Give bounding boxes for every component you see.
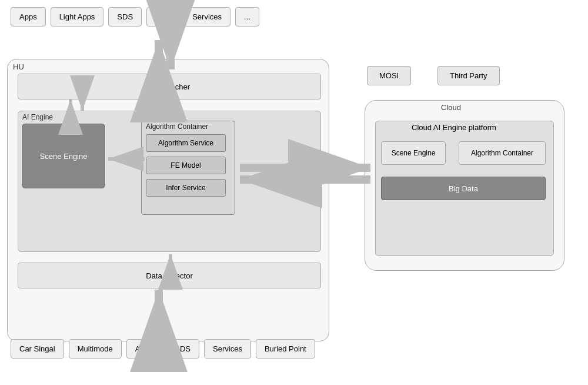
diagram: Apps Light Apps SDS VPA Services ... HU …: [0, 0, 588, 385]
third-party-box: Third Party: [437, 66, 500, 85]
cloud-algo-container: Algorithm Container: [459, 141, 546, 165]
bottom-multimode-box: Multimode: [69, 339, 122, 359]
top-vpa-box: VPA: [146, 7, 179, 26]
bottom-sds-box: SDS: [166, 339, 199, 359]
ai-launcher: AI Launcher: [18, 74, 321, 99]
algo-container-label: Algorithm Container: [146, 122, 208, 131]
cloud-scene-engine: Scene Engine: [381, 141, 446, 165]
bottom-carsingal-box: Car Singal: [11, 339, 64, 359]
algo-service: Algorithm Service: [146, 134, 226, 152]
top-services-box: Services: [183, 7, 230, 26]
cloud-label: Cloud: [441, 103, 461, 112]
mosi-box: MOSI: [367, 66, 411, 85]
bottom-row: Car Singal Multimode Apps SDS Services B…: [11, 339, 315, 359]
infer-service: Infer Service: [146, 179, 226, 197]
data-collector: Data collector: [18, 263, 321, 288]
top-row: Apps Light Apps SDS VPA Services ...: [11, 7, 259, 26]
ai-engine-label: AI Engine: [22, 113, 53, 121]
hu-label: HU: [13, 62, 24, 71]
top-sds-box: SDS: [108, 7, 142, 26]
cloud-ai-platform-label: Cloud AI Engine platform: [412, 123, 496, 132]
top-lightapps-box: Light Apps: [51, 7, 104, 26]
fe-model: FE Model: [146, 157, 226, 174]
top-apps-box: Apps: [11, 7, 46, 26]
bottom-services-box: Services: [204, 339, 251, 359]
bottom-apps-box: Apps: [126, 339, 162, 359]
big-data: Big Data: [381, 177, 546, 200]
bottom-buriedpoint-box: Buried Point: [256, 339, 315, 359]
top-more-box: ...: [235, 7, 259, 26]
scene-engine: Scene Engine: [22, 124, 105, 188]
